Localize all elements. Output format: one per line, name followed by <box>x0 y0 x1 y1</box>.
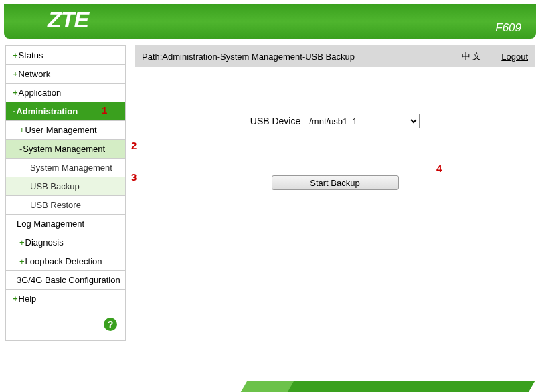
subnav-user-management[interactable]: +User Management <box>6 121 125 140</box>
help-icon[interactable]: ? <box>104 318 117 331</box>
model-label: F609 <box>495 21 521 35</box>
start-backup-button[interactable]: Start Backup <box>272 175 399 190</box>
nav-label: Help <box>19 294 37 304</box>
breadcrumb: Path:Administration-System Management-US… <box>135 45 535 67</box>
nav-label: Network <box>19 69 51 79</box>
subnav-label: Loopback Detection <box>25 256 102 266</box>
nav-label: Application <box>19 88 62 98</box>
header: ZTE F609 <box>4 4 536 39</box>
logout-link[interactable]: Logout <box>501 52 528 62</box>
nav-label: Status <box>19 50 43 60</box>
nav-administration[interactable]: -Administration <box>6 102 125 121</box>
sidebar: +Status +Network +Application -Administr… <box>5 45 126 341</box>
subsubnav-usb-restore[interactable]: USB Restore <box>6 196 125 215</box>
subnav-system-management[interactable]: -System Management <box>6 140 125 159</box>
subnav-label: User Management <box>25 125 97 135</box>
nav-help[interactable]: +Help <box>6 290 125 308</box>
main-content: Path:Administration-System Management-US… <box>135 45 535 341</box>
subnav-log-management[interactable]: Log Management <box>6 215 125 233</box>
subnav-diagnosis[interactable]: +Diagnosis <box>6 233 125 252</box>
language-link[interactable]: 中 文 <box>462 50 482 62</box>
usb-device-label: USB Device <box>250 116 300 126</box>
subsubnav-usb-backup[interactable]: USB Backup <box>6 177 125 196</box>
subnav-label: Diagnosis <box>25 237 64 248</box>
brand-logo: ZTE <box>48 7 88 33</box>
subnav-loopback-detection[interactable]: +Loopback Detection <box>6 252 125 271</box>
nav-status[interactable]: +Status <box>6 46 125 65</box>
subsubnav-system-management[interactable]: System Management <box>6 159 125 177</box>
footer-stripe <box>5 381 535 392</box>
nav-label: Administration <box>16 106 78 116</box>
nav-network[interactable]: +Network <box>6 65 125 84</box>
subnav-3g4g-config[interactable]: 3G/4G Basic Configuration <box>6 271 125 290</box>
subnav-label: System Management <box>23 144 105 154</box>
nav-application[interactable]: +Application <box>6 84 125 102</box>
path-text: Path:Administration-System Management-US… <box>142 52 442 62</box>
usb-device-select[interactable]: /mnt/usb1_1 <box>306 114 420 128</box>
